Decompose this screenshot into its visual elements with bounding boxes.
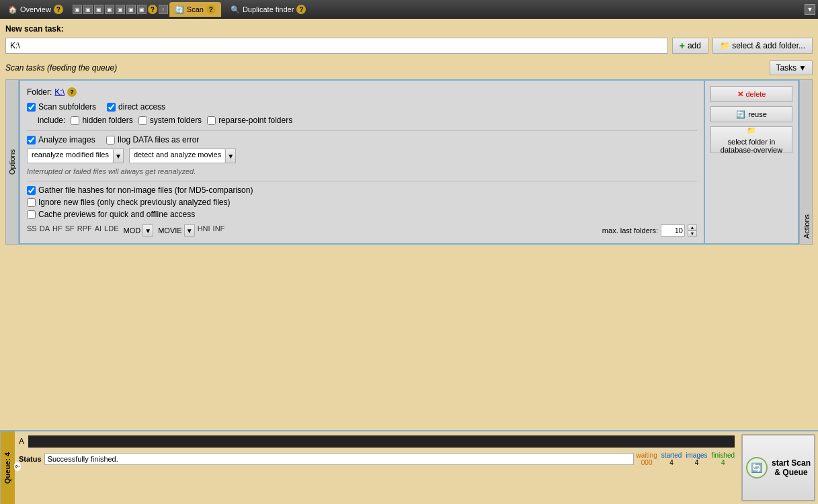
titlebar: 🏠 Overview ? ▣ ▣ ▣ ▣ ▣ ▣ ▣ ? ! 🔄 Scan ? … [0, 0, 818, 19]
spinner-up-button[interactable]: ▲ [688, 224, 697, 230]
status-text: Successfully finished. [48, 455, 118, 463]
toolbar-btn-7[interactable]: ▣ [137, 5, 147, 14]
stat-images: images 4 [686, 452, 707, 466]
direct-access-checkbox[interactable]: direct access [107, 102, 165, 112]
spinner-down-button[interactable]: ▼ [688, 230, 697, 237]
filetype-hni[interactable]: HNI [198, 224, 210, 237]
filetype-rpf[interactable]: RPF [77, 224, 92, 237]
ignore-new-row: Ignore new files (only check previously … [27, 198, 697, 207]
minimize-btn[interactable]: ▼ [805, 4, 815, 15]
queue-tab[interactable]: Queue: 4 ? [0, 431, 15, 504]
started-value: 4 [661, 459, 682, 466]
system-folders-checkbox[interactable]: system folders [138, 116, 202, 125]
new-scan-row: + add 📁 select & add folder... [5, 38, 813, 54]
filetype-ai[interactable]: AI [95, 224, 101, 237]
toolbar-btn-6[interactable]: ▣ [126, 5, 136, 14]
cache-previews-input[interactable] [27, 210, 36, 219]
main-content: New scan task: + add 📁 select & add fold… [0, 19, 818, 435]
ignore-new-input[interactable] [27, 198, 36, 207]
start-btn-text: start Scan & Queue [772, 458, 811, 477]
analyze-images-input[interactable] [27, 136, 36, 144]
analyze-images-checkbox[interactable]: Analyze images [27, 135, 95, 144]
tab-duplicate[interactable]: 🔍 Duplicate finder ? [225, 2, 311, 17]
hidden-folders-input[interactable] [71, 116, 79, 125]
finished-label: finished [712, 452, 735, 459]
separator1 [27, 130, 697, 131]
tasks-dropdown-button[interactable]: Tasks ▼ [770, 60, 813, 75]
delete-button[interactable]: ✕ delete [710, 86, 792, 102]
toolbar-help[interactable]: ? [148, 5, 157, 14]
detect-dropdown-arrow[interactable]: ▼ [225, 149, 236, 163]
status-bar: Successfully finished. [44, 453, 634, 465]
cache-previews-checkbox[interactable]: Cache previews for quick and offline acc… [27, 210, 697, 219]
tab-scan[interactable]: 🔄 Scan ? [169, 2, 221, 17]
path-input[interactable] [5, 38, 668, 54]
toolbar-btn-3[interactable]: ▣ [94, 5, 104, 14]
ignore-new-checkbox[interactable]: Ignore new files (only check previously … [27, 198, 697, 207]
filetype-da[interactable]: DA [40, 224, 50, 237]
start-scan-queue-button[interactable]: 🔄 start Scan & Queue [741, 434, 815, 501]
scan-circle-icon: 🔄 [746, 457, 768, 478]
detect-dropdown[interactable]: detect and analyze movies ▼ [129, 149, 236, 163]
status-label: Status [19, 455, 42, 463]
toolbar-btn-4[interactable]: ▣ [105, 5, 114, 14]
queue-item-label: A [19, 437, 24, 446]
reanalyze-dropdown[interactable]: reanalyze modified files ▼ [27, 149, 124, 163]
actions-panel: ✕ delete 🔄 reuse 📁 select folder in data… [705, 79, 799, 245]
folder-path-link[interactable]: K:\ [54, 87, 65, 97]
movie-arrow[interactable]: ▼ [184, 224, 195, 237]
new-scan-title: New scan task: [5, 24, 813, 34]
hidden-folders-checkbox[interactable]: hidden folders [71, 116, 132, 125]
tab-overview[interactable]: 🏠 Overview ? [3, 2, 69, 17]
overview-help[interactable]: ? [54, 5, 63, 14]
select-folder-action-button[interactable]: 📁 select folder in database-overview [710, 126, 792, 153]
waiting-label: waiting [637, 452, 657, 459]
filetype-lde[interactable]: LDE [104, 224, 118, 237]
duplicate-icon: 🔍 [231, 5, 240, 14]
queue-section: Queue: 4 ? A Status Successfully finishe… [0, 430, 818, 504]
direct-access-input[interactable] [107, 103, 116, 112]
stat-started: started 4 [661, 452, 682, 466]
folder-help-icon[interactable]: ? [67, 87, 77, 97]
toolbar-btn-2[interactable]: ▣ [83, 5, 93, 14]
filetype-ss[interactable]: SS [27, 224, 37, 237]
queue-tab-label: Queue: 4 [3, 452, 11, 483]
reuse-button[interactable]: 🔄 reuse [710, 106, 792, 122]
filetype-sf[interactable]: SF [65, 224, 75, 237]
actions-tab[interactable]: Actions [799, 79, 813, 245]
scan-tasks-header: Scan tasks (feeding the queue) Tasks ▼ [5, 60, 813, 75]
toolbar-btn-8[interactable]: ! [159, 5, 168, 14]
add-button[interactable]: + add [672, 38, 708, 54]
mod-arrow[interactable]: ▼ [142, 224, 153, 237]
scan-subfolders-input[interactable] [27, 103, 36, 112]
filetype-hf[interactable]: HF [52, 224, 63, 237]
filetype-inf[interactable]: INF [213, 224, 225, 237]
system-folders-input[interactable] [138, 116, 147, 125]
options-tab[interactable]: Options [5, 79, 19, 245]
scan-help[interactable]: ? [206, 5, 216, 14]
images-label: images [686, 452, 707, 459]
queue-help-icon[interactable]: ? [14, 462, 21, 471]
movie-dropdown[interactable]: MOVIE ▼ [156, 224, 194, 237]
folder-action-icon: 📁 [747, 126, 756, 135]
task-main-panel: Folder: K:\ ? Scan subfolders direct acc… [19, 79, 705, 245]
filetype-tags: SS DA HF SF RPF AI LDE MOD ▼ MOVIE ▼ H [27, 224, 224, 237]
max-folders-input[interactable] [661, 224, 685, 237]
gather-hashes-input[interactable] [27, 186, 36, 195]
queue-status-row: Status Successfully finished. waiting 00… [19, 452, 735, 466]
select-folder-button[interactable]: 📁 select & add folder... [712, 38, 813, 54]
toolbar-btn-1[interactable]: ▣ [73, 5, 82, 14]
reparse-folders-checkbox[interactable]: reparse-point folders [207, 116, 292, 125]
mod-dropdown[interactable]: MOD ▼ [122, 224, 154, 237]
toolbar-btn-5[interactable]: ▣ [116, 5, 125, 14]
started-label: started [661, 452, 682, 459]
tasks-chevron-icon: ▼ [799, 63, 807, 73]
gather-hashes-checkbox[interactable]: Gather file hashes for non-image files (… [27, 185, 697, 195]
reanalyze-dropdown-arrow[interactable]: ▼ [113, 149, 124, 163]
ilog-input[interactable] [106, 136, 115, 144]
scan-subfolders-checkbox[interactable]: Scan subfolders [27, 102, 96, 112]
reparse-folders-input[interactable] [207, 116, 216, 125]
duplicate-help[interactable]: ? [296, 5, 306, 14]
ilog-checkbox[interactable]: Ilog DATA files as error [106, 135, 200, 144]
max-folders: max. last folders: ▲ ▼ [602, 224, 697, 237]
